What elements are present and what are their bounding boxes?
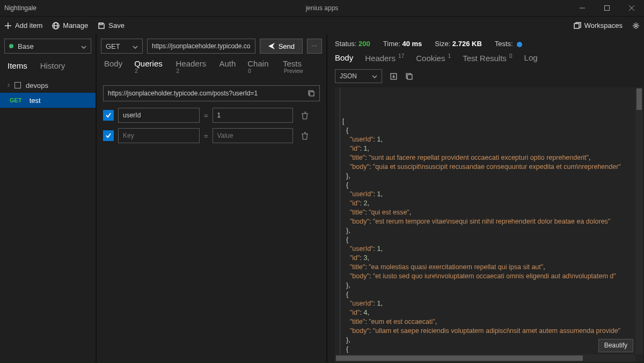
send-button[interactable]: Send: [260, 39, 303, 54]
param-enabled-checkbox[interactable]: [103, 110, 114, 121]
close-button[interactable]: [619, 0, 644, 16]
svg-rect-13: [310, 92, 314, 96]
settings-button[interactable]: [632, 22, 640, 29]
copy-icon[interactable]: [405, 72, 413, 80]
param-enabled-checkbox[interactable]: [103, 130, 114, 141]
response-tab-headers[interactable]: Headers 17: [365, 53, 404, 63]
request-tab-queries[interactable]: Queries 2: [134, 59, 164, 78]
workspaces-icon: [574, 22, 581, 29]
folder-label: devops: [26, 82, 48, 90]
save-label: Save: [108, 21, 125, 29]
env-label: Base: [18, 42, 81, 50]
full-url-display: https://jsonplaceholder.typicode.com/pos…: [103, 85, 320, 101]
fold-gutter[interactable]: [335, 87, 340, 362]
param-key-input[interactable]: [118, 108, 200, 123]
save-button[interactable]: Save: [98, 21, 125, 29]
workspaces-label: Workspaces: [584, 21, 623, 29]
method-label: GET: [106, 42, 120, 50]
save-icon: [98, 22, 105, 29]
request-tab-auth[interactable]: Auth: [219, 59, 236, 78]
request-tab-body[interactable]: Body: [104, 59, 122, 78]
workspaces-button[interactable]: Workspaces: [574, 21, 623, 29]
request-tree: devops GET test: [0, 76, 96, 110]
svg-rect-10: [574, 24, 579, 28]
request-name-label: test: [30, 97, 41, 105]
response-tab-log[interactable]: Log: [524, 53, 538, 63]
copy-icon[interactable]: [308, 90, 315, 97]
param-row: =: [97, 108, 326, 128]
response-panel: Status: 200 Time: 40 ms Size: 2.726 KB T…: [327, 34, 644, 363]
send-icon: [268, 42, 275, 50]
svg-rect-1: [605, 6, 610, 11]
beautify-button[interactable]: Beautify: [598, 339, 633, 352]
time-label: Time: 40 ms: [383, 40, 422, 48]
request-tab-tests[interactable]: Tests Preview: [283, 59, 319, 78]
send-label: Send: [279, 42, 295, 50]
sidebar: Base Items History devops GET test: [0, 34, 96, 363]
svg-point-11: [635, 25, 637, 27]
sidebar-tab-items[interactable]: Items: [8, 61, 27, 70]
equals-sign: =: [204, 112, 208, 120]
globe-icon: [52, 22, 60, 29]
svg-rect-12: [15, 83, 21, 88]
manage-button[interactable]: Manage: [52, 21, 88, 29]
titlebar: Nightingale jenius apps: [0, 0, 644, 16]
param-key-input[interactable]: [118, 128, 200, 143]
response-body-viewer[interactable]: [ { "userId": 1, "id": 1, "title": "sunt…: [335, 87, 643, 362]
response-tab-cookies[interactable]: Cookies 1: [416, 53, 451, 63]
request-panel: GET Send ⋯ Body Queries 2 Headers 2 Auth…: [96, 34, 327, 363]
request-tab-chain[interactable]: Chain 0: [247, 59, 271, 78]
response-tab-body[interactable]: Body: [335, 53, 353, 63]
env-status-dot: [9, 44, 13, 48]
app-name: Nightingale: [4, 4, 36, 12]
tests-status-dot: [517, 42, 522, 47]
sidebar-tab-history[interactable]: History: [40, 61, 65, 70]
vertical-scrollbar[interactable]: [635, 87, 643, 354]
request-tab-headers[interactable]: Headers 2: [175, 59, 207, 78]
chevron-down-icon: [133, 43, 138, 49]
add-item-label: Add item: [15, 21, 42, 29]
chevron-down-icon: [81, 43, 86, 49]
plus-icon: [4, 22, 12, 29]
size-label: Size: 2.726 KB: [435, 40, 481, 48]
equals-sign: =: [204, 132, 208, 140]
maximize-button[interactable]: [595, 0, 619, 16]
tests-label: Tests:: [495, 40, 523, 48]
app-toolbar: Add item Manage Save Workspaces: [0, 16, 644, 34]
format-label: JSON: [340, 72, 357, 80]
chevron-down-icon: [372, 73, 377, 79]
workspace-name: jenius apps: [306, 4, 339, 12]
horizontal-scrollbar[interactable]: [335, 354, 635, 362]
window-controls: [570, 0, 644, 16]
tree-request-test[interactable]: GET test: [0, 93, 96, 108]
chevron-right-icon: [5, 83, 12, 87]
environment-select[interactable]: Base: [4, 39, 91, 54]
tree-folder-devops[interactable]: devops: [0, 78, 96, 93]
param-row: =: [97, 128, 326, 149]
method-select[interactable]: GET: [101, 39, 143, 54]
status-label: Status: 200: [335, 40, 370, 48]
delete-icon[interactable]: [301, 111, 309, 120]
gear-icon: [632, 22, 640, 29]
delete-icon[interactable]: [301, 131, 309, 140]
add-item-button[interactable]: Add item: [4, 21, 42, 29]
response-format-select[interactable]: JSON: [335, 69, 382, 83]
svg-rect-9: [100, 23, 103, 25]
folder-icon: [14, 82, 21, 89]
send-more-button[interactable]: ⋯: [307, 39, 322, 54]
response-tab-tests[interactable]: Test Results 0: [463, 53, 512, 63]
param-value-input[interactable]: [213, 108, 293, 123]
param-value-input[interactable]: [213, 128, 293, 143]
full-url-text: https://jsonplaceholder.typicode.com/pos…: [108, 90, 308, 97]
manage-label: Manage: [63, 21, 88, 29]
url-input[interactable]: [147, 39, 255, 54]
svg-rect-16: [407, 75, 412, 79]
download-icon[interactable]: [390, 72, 398, 80]
minimize-button[interactable]: [570, 0, 595, 16]
request-method-badge: GET: [10, 97, 22, 103]
